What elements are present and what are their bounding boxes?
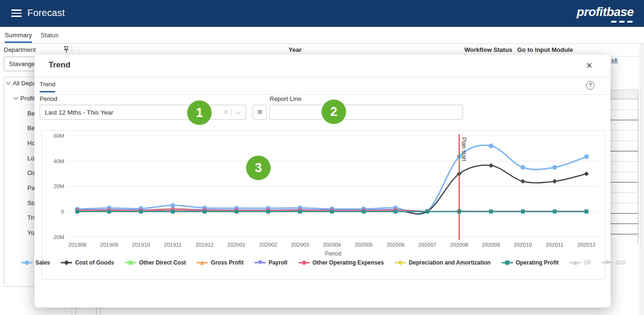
legend-item-payroll[interactable]: Payroll: [254, 259, 288, 266]
trend-chart-container: 60M40M20M0-20M20190820190920191020191120…: [41, 130, 605, 280]
legend-item-other-direct-cost[interactable]: Other Direct Cost: [124, 259, 186, 266]
report-line-combobox[interactable]: [270, 105, 463, 120]
tab-summary[interactable]: Summary: [5, 27, 32, 43]
annotation-badge-2: 2: [322, 99, 346, 124]
main-tab-bar: Summary Status: [0, 27, 644, 44]
table-row[interactable]: [608, 172, 638, 182]
legend-item-label: S9: [584, 259, 591, 266]
y-axis-tick-label: 40M: [54, 158, 64, 164]
x-axis-title: Period: [325, 250, 341, 257]
y-axis-tick-label: 60M: [54, 133, 64, 139]
x-axis-tick-label: 202009: [482, 242, 500, 248]
x-axis-tick-label: 201909: [100, 242, 118, 248]
legend-item-sales[interactable]: Sales: [21, 259, 50, 266]
chevron-down-icon[interactable]: [6, 80, 11, 84]
legend-item-gross-profit[interactable]: Gross Profit: [196, 259, 243, 266]
x-axis-tick-label: 202011: [546, 242, 564, 248]
table-row[interactable]: [608, 120, 638, 130]
series-cost-of-goods: [75, 163, 589, 214]
column-header-workflow-status: Workflow Status: [464, 46, 512, 53]
legend-marker-icon: [501, 260, 513, 265]
tab-status[interactable]: Status: [41, 27, 58, 43]
legend-marker-icon: [60, 260, 73, 265]
legend-item-other-operating-expenses[interactable]: Other Operating Expenses: [298, 259, 384, 266]
input-module-link[interactable]: sk: [611, 57, 618, 64]
table-row[interactable]: [608, 141, 638, 151]
x-axis-tick-label: 202008: [450, 242, 468, 248]
legend-item-s9[interactable]: S9: [569, 259, 591, 266]
legend-item-depreciation-and-amortization[interactable]: Depreciation and Amortization: [394, 259, 491, 266]
x-axis-tick-label: 201908: [68, 242, 86, 248]
tab-trend[interactable]: Trend: [40, 81, 55, 91]
legend-item-label: Gross Profit: [211, 259, 243, 266]
dialog-divider: [34, 77, 611, 77]
x-axis-tick-label: 202007: [418, 242, 436, 248]
scrollbar-track[interactable]: [640, 44, 644, 315]
legend-item-operating-profit[interactable]: Operating Profit: [501, 259, 559, 266]
period-list-button[interactable]: ≡: [253, 105, 267, 120]
chart-legend: SalesCost of GoodsOther Direct CostGross…: [42, 259, 604, 266]
period-label: Period: [40, 95, 58, 102]
table-row[interactable]: [608, 99, 638, 109]
pin-icon[interactable]: [63, 46, 70, 54]
legend-marker-icon: [601, 260, 613, 265]
x-axis-tick-label: 202012: [578, 242, 595, 248]
legend-marker-icon: [569, 260, 581, 265]
y-axis-tick-label: 0: [61, 209, 64, 215]
x-axis-tick-label: 202006: [387, 242, 405, 248]
x-axis-tick-label: 201911: [164, 242, 182, 248]
legend-item-label: Other Operating Expenses: [313, 259, 384, 266]
plan-start-plotline: Plan start: [459, 134, 467, 240]
x-axis-tick-label: 202010: [514, 242, 532, 248]
workflow-table-fragment: [608, 90, 638, 244]
top-navbar: Forecast profitbase: [0, 0, 644, 27]
close-icon[interactable]: ×: [582, 58, 596, 73]
x-axis-tick-label: 202002: [259, 242, 277, 248]
combobox-separator: [231, 108, 231, 116]
chart-gridlines: 60M40M20M0-20M: [52, 133, 598, 240]
plan-start-label: Plan start: [461, 137, 467, 161]
legend-item-label: Sales: [35, 259, 50, 266]
y-axis-tick-label: -20M: [52, 234, 64, 240]
annotation-badge-1: 1: [187, 100, 212, 125]
table-row[interactable]: [608, 161, 638, 172]
x-axis-tick-label: 201910: [132, 242, 150, 248]
x-axis-tick-label: 201912: [196, 242, 214, 248]
legend-marker-icon: [394, 260, 406, 265]
x-axis-labels: 2019082019092019102019112019122020012020…: [68, 242, 595, 257]
chevron-down-icon[interactable]: [235, 109, 240, 114]
hamburger-menu-icon[interactable]: [11, 9, 22, 17]
tree-item-profit[interactable]: Profit: [14, 93, 34, 103]
brand-logo-dashes: [611, 21, 633, 23]
tree-item-label: Profit: [20, 95, 34, 102]
legend-item-label: Cost of Goods: [75, 259, 114, 266]
table-row[interactable]: [608, 213, 638, 224]
table-row[interactable]: [608, 109, 638, 120]
chevron-down-icon[interactable]: [14, 95, 18, 99]
table-row[interactable]: [608, 234, 638, 244]
table-row[interactable]: [608, 192, 638, 203]
column-header-go-to-input-module: Go to Input Module: [517, 46, 573, 53]
x-axis-tick-label: 202001: [227, 242, 245, 248]
dialog-divider: [34, 94, 611, 95]
clear-icon[interactable]: ×: [221, 108, 231, 116]
tree-item-all-depa[interactable]: All Depa: [7, 78, 36, 88]
table-row[interactable]: [608, 182, 638, 192]
table-row[interactable]: [608, 151, 638, 161]
dialog-help-icon[interactable]: ?: [586, 81, 594, 90]
table-row[interactable]: [608, 224, 638, 234]
department-column-label: Department: [4, 46, 36, 53]
series-sales: [75, 143, 589, 214]
legend-marker-icon: [21, 260, 33, 265]
table-header-cell: [608, 90, 638, 99]
app-title: Forecast: [27, 8, 65, 18]
period-combobox[interactable]: Last 12 Mths - This Year ×: [40, 105, 246, 120]
legend-marker-icon: [196, 260, 208, 265]
column-header-year: Year: [289, 46, 301, 53]
table-row[interactable]: [608, 130, 638, 141]
legend-marker-icon: [254, 260, 266, 265]
y-axis-tick-label: 20M: [54, 183, 64, 189]
legend-item-cost-of-goods[interactable]: Cost of Goods: [60, 259, 114, 266]
table-row[interactable]: [608, 203, 638, 213]
legend-item-s10[interactable]: S10: [601, 259, 626, 266]
